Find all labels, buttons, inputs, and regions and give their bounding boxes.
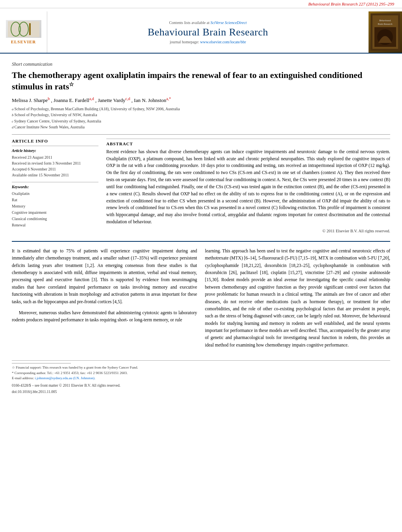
keyword-rat: Rat	[12, 197, 98, 203]
copyright-line: © 2011 Elsevier B.V. All rights reserved…	[106, 229, 390, 233]
footnote-divider	[12, 363, 71, 363]
keyword-renewal: Renewal	[12, 222, 98, 228]
elsevier-logo-img	[6, 20, 41, 38]
affiliation-d: d Cancer Institute New South Wales, Aust…	[12, 124, 390, 130]
article-history-title: Article history:	[12, 148, 98, 153]
keywords-title: Keywords:	[12, 185, 98, 189]
journal-homepage-link[interactable]: www.elsevier.com/locate/bbr	[200, 40, 246, 44]
body-left-column: It is estimated that up to 75% of patien…	[12, 247, 197, 352]
authors-line: Melissa J. Sharpeb , Joanna E. Fardella,…	[12, 96, 390, 104]
issn-line: 0166-4328/$ – see front matter © 2011 El…	[12, 384, 390, 387]
journal-homepage-line: journal homepage: www.elsevier.com/locat…	[170, 40, 246, 44]
article-container: Short communication The chemotherapy age…	[0, 54, 402, 402]
affiliation-c: c Sydney Cancer Centre, University of Sy…	[12, 118, 390, 124]
journal-citation-text: Behavioural Brain Research 227 (2012) 29…	[308, 2, 394, 6]
keyword-memory: Memory	[12, 203, 98, 209]
article-info-label: ARTICLE INFO	[12, 139, 98, 143]
footnote-corresponding: * Corresponding author. Tel.: +61 2 9351…	[12, 371, 390, 376]
keyword-cognitive: Cognitive impairment	[12, 209, 98, 216]
keywords-section: Keywords: Oxaliplatin Rat Memory Cogniti…	[12, 182, 98, 228]
sciverse-line: Contents lists available at SciVerse Sci…	[169, 20, 246, 25]
author-sup-cd: c,d	[126, 96, 130, 101]
journal-header: ELSEVIER Contents lists available at Sci…	[0, 8, 402, 54]
keyword-oxaliplatin: Oxaliplatin	[12, 191, 98, 197]
journal-title-block: Contents lists available at SciVerse Sci…	[47, 11, 369, 53]
elsevier-logo-block: ELSEVIER	[0, 11, 47, 53]
author-sup-astar: a,*	[166, 96, 171, 101]
affiliations-block: a School of Psychology, Brennan MacCallu…	[12, 106, 390, 130]
article-info-column: ARTICLE INFO Article history: Received 2…	[12, 139, 98, 233]
doi-line: doi:10.1016/j.bbr.2011.11.005	[12, 390, 390, 394]
article-title: The chemotherapy agent oxaliplatin impai…	[12, 70, 390, 93]
affiliation-a: a School of Psychology, Brennan MacCallu…	[12, 106, 390, 112]
journal-title: Behavioural Brain Research	[148, 26, 268, 38]
footnote-email: E-mail address: i.johnston@sydney.edu.au…	[12, 376, 390, 381]
accepted-date: Accepted 6 November 2011	[12, 166, 98, 172]
body-para-1: It is estimated that up to 75% of patien…	[12, 247, 197, 305]
footer-section: ☆ Financial support: This research was f…	[12, 360, 390, 394]
abstract-text: Recent evidence has shown that diverse c…	[106, 148, 390, 226]
header-divider	[12, 134, 390, 135]
body-para-2: Moreover, numerous studies have demonstr…	[12, 309, 197, 324]
title-star: ☆	[69, 82, 74, 87]
footnote-financial: ☆ Financial support: This research was f…	[12, 365, 390, 371]
author-sup-b: b	[48, 96, 50, 101]
abstract-label-border: ABSTRACT	[106, 139, 390, 146]
received-date: Received 23 August 2011	[12, 154, 98, 160]
journal-cover-thumbnail: Behavioural Brain Research	[369, 11, 402, 53]
affiliation-b: b School of Psychology, University of NS…	[12, 112, 390, 118]
keyword-classical: Classical conditioning	[12, 216, 98, 222]
journal-citation-bar: Behavioural Brain Research 227 (2012) 29…	[0, 0, 402, 8]
article-history-section: Article history: Received 23 August 2011…	[12, 146, 98, 178]
main-body-section: It is estimated that up to 75% of patien…	[12, 241, 390, 352]
elsevier-brand-name: ELSEVIER	[11, 39, 36, 44]
abstract-section-label: ABSTRACT	[106, 141, 390, 146]
revised-date: Received in revised form 3 November 2011	[12, 160, 98, 166]
author-email-link[interactable]: i.johnston@sydney.edu.au (I.N. Johnston)…	[35, 376, 95, 380]
available-online-date: Available online 15 November 2011	[12, 172, 98, 178]
svg-text:Behavioural: Behavioural	[379, 19, 391, 22]
body-para-right-1: learning. This approach has been used to…	[205, 247, 391, 348]
sciverse-link[interactable]: SciVerse ScienceDirect	[210, 20, 246, 25]
svg-text:Brain Research: Brain Research	[378, 23, 393, 25]
article-body-section: ARTICLE INFO Article history: Received 2…	[12, 139, 390, 233]
body-right-column: learning. This approach has been used to…	[205, 247, 391, 352]
article-type-label: Short communication	[12, 61, 390, 67]
abstract-column: ABSTRACT Recent evidence has shown that …	[106, 139, 390, 233]
author-sup-ad: a,d	[89, 96, 94, 101]
